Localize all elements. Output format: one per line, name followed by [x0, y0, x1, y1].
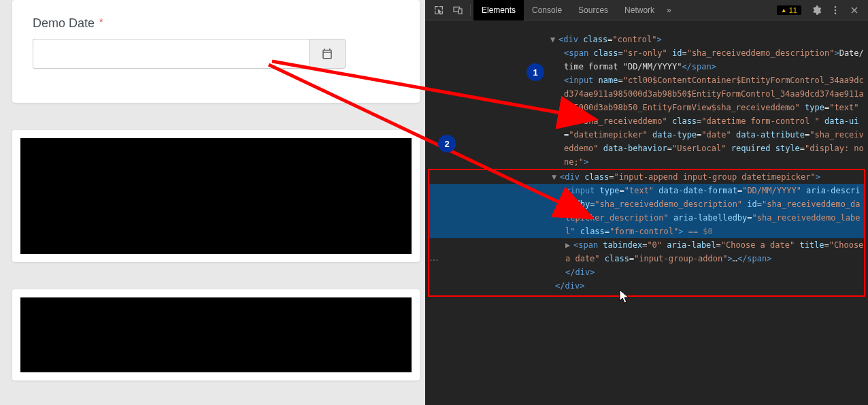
collapse-ellipsis: …	[425, 252, 443, 264]
redacted-block	[20, 297, 412, 372]
dom-node-selected[interactable]: <input type="text" data-date-format="DD/…	[429, 184, 864, 238]
tab-network[interactable]: Network	[616, 0, 663, 20]
mouse-cursor-icon	[619, 289, 630, 304]
tab-elements[interactable]: Elements	[473, 0, 524, 20]
dom-node[interactable]: ▶<span tabindex="0" aria-label="Choose a…	[429, 238, 864, 265]
dom-node-close[interactable]: </div>	[429, 265, 864, 279]
gear-icon[interactable]	[811, 5, 822, 16]
annotation-badge-2: 2	[438, 135, 456, 152]
elements-dom-tree[interactable]: ▼<div class="control"> <span class="sr-o…	[425, 20, 868, 405]
kebab-icon[interactable]	[830, 5, 841, 16]
dom-node[interactable]: ▼<div class="control">	[428, 33, 865, 46]
redacted-card-2	[12, 289, 420, 380]
tabs-overflow[interactable]: »	[663, 0, 675, 20]
tab-console[interactable]: Console	[524, 0, 570, 20]
dom-node[interactable]: <span class="sr-only" id="sha_receivedde…	[428, 46, 865, 74]
redacted-block	[20, 138, 412, 254]
svg-rect-1	[458, 9, 462, 14]
dom-node[interactable]: <input name="ctl00$ContentContainer$Enti…	[428, 74, 865, 169]
devtools-toolbar: Elements Console Sources Network » 11	[425, 0, 868, 20]
svg-point-4	[835, 12, 837, 14]
demo-date-input[interactable]	[33, 39, 309, 69]
date-picker-button[interactable]	[309, 39, 346, 69]
device-toggle-icon[interactable]	[452, 5, 463, 16]
svg-point-2	[835, 6, 837, 8]
close-icon[interactable]	[849, 5, 860, 16]
devtools-panel: Elements Console Sources Network » 11 ▼<…	[425, 0, 868, 405]
selected-marker: == $0	[683, 227, 712, 236]
annotation-badge-1: 1	[527, 63, 544, 81]
svg-point-3	[835, 9, 837, 11]
required-star: *	[99, 16, 103, 27]
demo-date-label: Demo Date *	[33, 16, 399, 31]
toolbar-divider	[470, 4, 471, 16]
date-input-group	[33, 39, 346, 69]
highlighted-region: ▼<div class="input-append input-group da…	[428, 169, 865, 297]
tab-sources[interactable]: Sources	[570, 0, 616, 20]
dom-node-close[interactable]: </div>	[429, 279, 864, 293]
page-preview-pane: Demo Date *	[0, 0, 425, 405]
label-text: Demo Date	[33, 16, 95, 30]
calendar-icon	[321, 48, 333, 60]
warnings-badge[interactable]: 11	[777, 5, 801, 15]
redacted-card-1	[12, 130, 420, 262]
dom-node[interactable]: ▼<div class="input-append input-group da…	[429, 170, 864, 184]
inspect-icon[interactable]	[433, 5, 444, 16]
form-card: Demo Date *	[12, 0, 420, 103]
